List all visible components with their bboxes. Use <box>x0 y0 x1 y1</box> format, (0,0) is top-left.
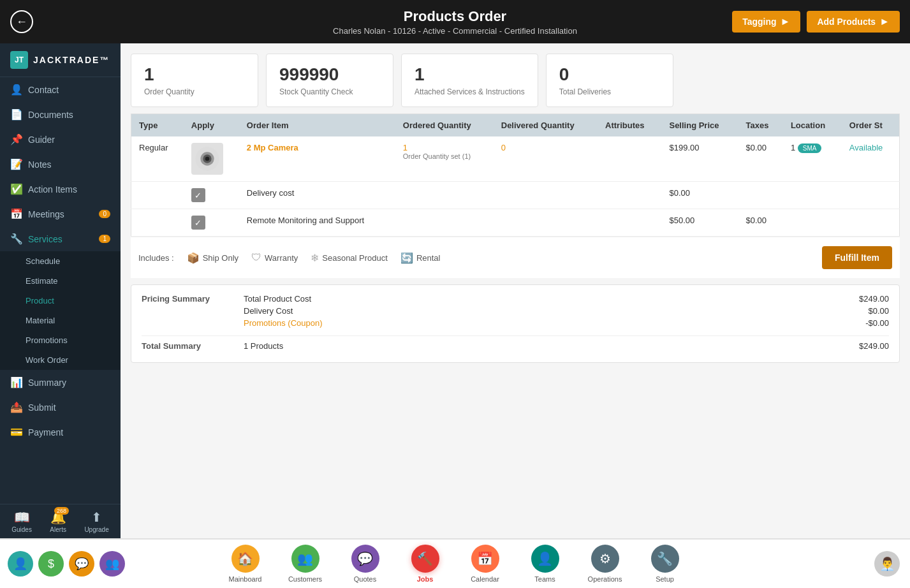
sidebar-item-documents[interactable]: 📄 Documents <box>0 102 121 127</box>
total-value: $249.00 <box>838 341 889 351</box>
sidebar-item-guider[interactable]: 📌 Guider <box>0 127 121 152</box>
mainboard-label: Mainboard <box>229 575 262 583</box>
pricing-coupon-link[interactable]: Promotions (Coupon) <box>244 318 838 328</box>
bottom-bar: 👤 $ 💬 👥 🏠 Mainboard 👥 Customers 💬 Quotes… <box>0 538 910 588</box>
table-row: Regular <box>131 136 900 182</box>
row-selling-price: $199.00 <box>661 136 738 182</box>
upgrade-button[interactable]: ⬆ Upgrade <box>84 510 108 533</box>
setup-icon: 🔧 <box>651 545 679 573</box>
includes-label: Includes : <box>138 253 174 263</box>
includes-ship-only-label: Ship Only <box>203 253 239 263</box>
bottom-bar-mainboard[interactable]: 🏠 Mainboard <box>223 545 268 583</box>
add-products-button[interactable]: Add Products ► <box>807 11 900 33</box>
pricing-item: Total Product Cost $249.00 <box>244 294 889 304</box>
sidebar-item-summary[interactable]: 📊 Summary <box>0 370 121 395</box>
row-type: Regular <box>131 136 184 182</box>
user-avatar[interactable]: 👨‍💼 <box>874 551 900 577</box>
sidebar-subnav-material[interactable]: Material <box>0 311 121 330</box>
pricing-row: Pricing Summary Total Product Cost $249.… <box>142 294 889 330</box>
sidebar-subnav-schedule[interactable]: Schedule <box>0 251 121 271</box>
includes-ship-only: 📦 Ship Only <box>187 252 239 264</box>
sidebar-item-label: Contact <box>28 85 59 95</box>
sidebar-item-payment[interactable]: 💳 Payment <box>0 420 121 445</box>
total-items: 1 Products $249.00 <box>244 341 889 353</box>
pricing-item-name: Total Product Cost <box>244 294 838 304</box>
alerts-badge: 268 <box>54 507 69 515</box>
stat-num: 0 <box>559 64 660 85</box>
ordered-qty-sub: Order Quantity set (1) <box>403 152 486 160</box>
stats-row: 1 Order Quantity 999990 Stock Quantity C… <box>121 43 910 114</box>
sidebar-item-label: Guider <box>28 135 55 145</box>
service-attributes <box>598 182 661 209</box>
total-qty: 1 Products <box>244 341 838 351</box>
person-icon-button[interactable]: 👤 <box>8 551 33 577</box>
seasonal-icon: ❄ <box>311 252 319 264</box>
bottom-bar-setup[interactable]: 🔧 Setup <box>643 545 687 583</box>
service-status <box>842 209 900 237</box>
operations-icon: ⚙ <box>591 545 619 573</box>
group-icon-button[interactable]: 👥 <box>99 551 125 577</box>
customers-icon: 👥 <box>291 545 319 573</box>
sidebar-item-contact[interactable]: 👤 Contact <box>0 77 121 102</box>
col-attributes: Attributes <box>598 114 661 137</box>
row-ordered-qty: 1 Order Quantity set (1) <box>395 136 494 182</box>
dollar-icon-button[interactable]: $ <box>38 551 64 577</box>
stat-num: 1 <box>144 64 245 85</box>
stat-card-attached-services: 1 Attached Services & Instructions <box>401 54 538 107</box>
service-location <box>783 209 842 237</box>
includes-warranty-label: Warranty <box>265 253 298 263</box>
chat-icon-button[interactable]: 💬 <box>69 551 94 577</box>
service-ordered-qty <box>395 209 494 237</box>
sidebar-item-action-items[interactable]: ✅ Action Items <box>0 177 121 202</box>
row-attributes <box>598 136 661 182</box>
service-price: $50.00 <box>661 209 738 237</box>
sidebar-subnav-work-order[interactable]: Work Order <box>0 350 121 370</box>
fulfill-item-button[interactable]: Fulfill Item <box>822 246 892 269</box>
stat-card-stock-qty: 999990 Stock Quantity Check <box>266 54 393 107</box>
sidebar-subnav-product[interactable]: Product <box>0 291 121 311</box>
row-apply <box>184 136 239 182</box>
table-header-row: Type Apply Order Item Ordered Quantity D… <box>131 114 900 137</box>
bottom-bar-customers[interactable]: 👥 Customers <box>283 545 328 583</box>
header-title-block: Products Order Charles Nolan - 10126 - A… <box>333 8 577 36</box>
guides-button[interactable]: 📖 Guides <box>11 510 32 533</box>
sidebar-item-meetings[interactable]: 📅 Meetings 0 <box>0 202 121 226</box>
bottom-bar-quotes[interactable]: 💬 Quotes <box>343 545 388 583</box>
col-selling-price: Selling Price <box>661 114 738 137</box>
row-delivered-qty: 0 <box>494 136 598 182</box>
alerts-label: Alerts <box>50 526 66 533</box>
includes-rental-label: Rental <box>416 253 441 263</box>
pricing-item: Promotions (Coupon) -$0.00 <box>244 318 889 328</box>
bottom-bar-operations[interactable]: ⚙ Operations <box>583 545 627 583</box>
checkbox-icon[interactable]: ✓ <box>191 188 205 202</box>
sidebar-item-notes[interactable]: 📝 Notes <box>0 152 121 177</box>
teams-icon: 👤 <box>531 545 559 573</box>
guider-icon: 📌 <box>10 133 22 145</box>
bottom-bar-jobs[interactable]: 🔨 Jobs <box>403 545 448 583</box>
tagging-button[interactable]: Tagging ► <box>732 11 800 33</box>
quotes-icon: 💬 <box>351 545 379 573</box>
sidebar-item-submit[interactable]: 📤 Submit <box>0 395 121 420</box>
row-order-item[interactable]: 2 Mp Camera <box>239 136 395 182</box>
service-status <box>842 182 900 209</box>
service-apply: ✓ <box>184 209 239 237</box>
table-container: Type Apply Order Item Ordered Quantity D… <box>121 114 910 538</box>
back-button[interactable]: ← <box>10 10 33 33</box>
checkbox-icon[interactable]: ✓ <box>191 216 205 230</box>
sidebar-subnav-estimate[interactable]: Estimate <box>0 271 121 291</box>
sidebar-item-services[interactable]: 🔧 Services 1 <box>0 226 121 251</box>
order-table: Type Apply Order Item Ordered Quantity D… <box>131 114 900 237</box>
guides-label: Guides <box>11 526 32 533</box>
camera-svg <box>194 146 220 172</box>
alerts-button[interactable]: 🔔 268 Alerts <box>50 510 66 533</box>
product-link[interactable]: 2 Mp Camera <box>247 143 298 152</box>
col-type: Type <box>131 114 184 137</box>
stat-num: 1 <box>415 64 525 85</box>
sidebar-subnav-promotions[interactable]: Promotions <box>0 330 121 350</box>
pricing-item-value: $249.00 <box>838 294 889 304</box>
page-title: Products Order <box>333 8 577 25</box>
bottom-bar-calendar[interactable]: 📅 Calendar <box>463 545 508 583</box>
bottom-bar-teams[interactable]: 👤 Teams <box>523 545 568 583</box>
sidebar-logo: JT JACKTRADE™ <box>0 43 121 77</box>
submit-icon: 📤 <box>10 401 22 413</box>
